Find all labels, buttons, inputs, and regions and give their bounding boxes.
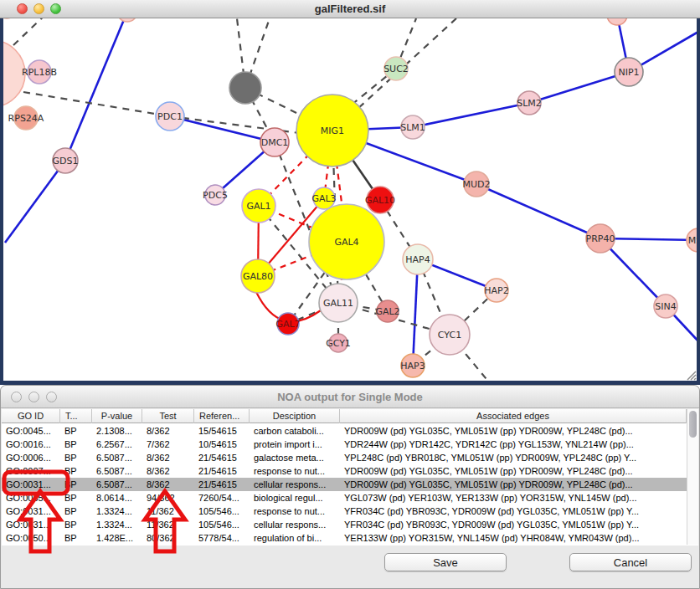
network-canvas[interactable]: RPL18BRPS24AGDS1PDC1DMC1MIG1SUC2SLM1SLM2… (0, 18, 700, 385)
cell-test: 11/362 (142, 518, 194, 531)
node-label: SLM1 (400, 122, 425, 133)
cell-reference: 15/54615 (194, 424, 250, 438)
cell-test: 8/362 (142, 464, 194, 478)
cell-description: response to nut... (250, 504, 340, 518)
table-row[interactable]: GO:0031...BP1.3324...11/362105/546...cel… (2, 518, 687, 531)
cell-edges: YDR009W (pd) YGL035C, YML051W (pp) YDR00… (340, 464, 687, 478)
node-label: GAL2 (375, 306, 399, 317)
table-header-row: GO IDT...P-valueTestReferen...Desciption… (2, 409, 687, 423)
cell-edges: YER133W (pp) YOR315W, YNL145W (pd) YHR08… (340, 531, 687, 545)
cell-go_id: GO:0045... (2, 424, 60, 438)
network-edge[interactable] (13, 18, 50, 45)
node-label: SUC2 (383, 64, 409, 74)
node-label: PDC1 (157, 111, 183, 122)
cell-edges: YGL073W (pd) YER103W, YER133W (pp) YOR31… (340, 491, 687, 504)
table-row[interactable]: GO:0050...BP1.428E...80/3625778/54...reg… (2, 531, 687, 545)
node-label: GAL80 (243, 271, 273, 282)
network-edge[interactable] (170, 116, 275, 142)
network-edge[interactable] (476, 184, 600, 238)
network-edge[interactable] (413, 259, 418, 366)
node-label: RPS24A (8, 113, 44, 124)
table-row[interactable]: GO:0065...BP8.0614...94/3627260/54...bio… (2, 491, 687, 504)
column-header-reference[interactable]: Referen... (194, 409, 250, 423)
column-header-p_value[interactable]: P-value (92, 409, 142, 423)
cell-description: biological regul... (250, 491, 340, 504)
save-button[interactable]: Save (384, 553, 507, 571)
screen: galFiltered.sif RPL18BRPS24AGDS1PDC1DMC1… (0, 0, 700, 589)
cell-reference: 10/54615 (194, 438, 250, 451)
cell-p_value: 6.5087... (92, 451, 142, 464)
network-edge[interactable] (23, 92, 170, 116)
network-edge[interactable] (170, 116, 306, 134)
noa-window-titlebar[interactable]: NOA output for Single Mode (1, 386, 699, 408)
cell-edges: YDR244W (pp) YDR142C, YDR142C (pp) YGL15… (340, 438, 687, 451)
resize-grip-icon[interactable] (684, 368, 697, 382)
cell-edges: YFR034C (pd) YBR093C, YDR009W (pd) YGL03… (340, 518, 687, 531)
node-label: SLM2 (517, 98, 542, 109)
canvas-border-left (0, 18, 3, 385)
cell-edges: YPL248C (pd) YBR018C, YML051W (pp) YDR00… (340, 451, 687, 464)
node-label: PRP40 (586, 233, 615, 244)
node-label: RPL18B (22, 67, 57, 78)
cell-go_id: GO:0065... (2, 491, 60, 504)
cell-test: 80/362 (142, 531, 194, 545)
network-edge[interactable] (5, 161, 65, 243)
cancel-button[interactable]: Cancel (569, 553, 692, 571)
cell-test: 7/362 (142, 438, 194, 451)
cell-go_id: GO:0031... (2, 518, 60, 531)
cell-test: 8/362 (142, 424, 194, 438)
cell-test: 8/362 (142, 451, 194, 464)
node-label: GAL3 (311, 193, 336, 204)
cell-p_value: 6.5087... (92, 464, 142, 478)
node-label: SIN4 (655, 301, 676, 312)
node-unlabeled[interactable] (607, 18, 627, 25)
cell-go_id: GO:0050... (2, 531, 60, 545)
cell-go_id: GO:0031... (2, 504, 60, 518)
table-row-selected[interactable]: GO:0031...BP6.5087...8/36221/54615cellul… (2, 478, 687, 491)
cell-type: BP (60, 504, 92, 518)
cell-p_value: 8.0614... (92, 491, 142, 504)
cell-type: BP (60, 478, 92, 491)
cell-type: BP (60, 438, 92, 451)
cell-p_value: 1.3324... (92, 504, 142, 518)
table-row[interactable]: GO:0007...BP6.5087...8/36221/54615respon… (2, 464, 687, 478)
node-unlabeled[interactable] (229, 72, 261, 104)
cell-reference: 7260/54... (194, 491, 250, 504)
column-header-go_id[interactable]: GO ID (2, 409, 60, 423)
column-header-test[interactable]: Test (142, 409, 194, 423)
cell-edges: YDR009W (pd) YGL035C, YML051W (pp) YDR00… (340, 424, 687, 438)
node-label: HAP2 (484, 285, 508, 296)
cell-description: regulation of bi... (250, 531, 340, 545)
cell-type: BP (60, 491, 92, 504)
node-label: GAL7 (275, 319, 300, 330)
scrollbar-thumb[interactable] (689, 411, 697, 438)
cell-p_value: 2.1308... (92, 424, 142, 438)
node-label: MUD2 (462, 179, 490, 190)
cell-reference: 21/54615 (194, 478, 250, 491)
main-window-titlebar[interactable]: galFiltered.sif (0, 0, 700, 18)
network-edge[interactable] (529, 72, 629, 103)
noa-window-title: NOA output for Single Mode (1, 386, 699, 408)
table-row[interactable]: GO:0006...BP6.5087...8/36221/54615galact… (2, 451, 687, 464)
node-unlabeled[interactable] (117, 18, 137, 22)
table-row[interactable]: GO:0031...BP1.3324...11/362105/546...res… (2, 504, 687, 518)
table-scrollbar[interactable] (687, 409, 698, 545)
column-header-edges[interactable]: Associated edges (340, 409, 687, 423)
cell-test: 94/362 (142, 491, 194, 504)
node-label: HAP3 (400, 361, 425, 371)
cell-description: cellular respons... (250, 518, 340, 531)
node-label: NIP1 (618, 67, 639, 78)
table-row[interactable]: GO:0016...BP6.2567...7/36210/54615protei… (2, 438, 687, 451)
cell-reference: 21/54615 (194, 464, 250, 478)
cell-description: protein import i... (250, 438, 340, 451)
table-row[interactable]: GO:0045...BP2.1308...8/36215/54615carbon… (2, 424, 687, 438)
network-edge[interactable] (413, 103, 529, 127)
cell-test: 8/362 (142, 478, 194, 491)
main-window-title: galFiltered.sif (0, 0, 700, 18)
cell-edges: YFR034C (pd) YBR093C, YDR009W (pd) YGL03… (340, 504, 687, 518)
column-header-type[interactable]: T... (60, 409, 92, 423)
noa-window: NOA output for Single Mode GO IDT...P-va… (0, 385, 700, 589)
cell-description: cellular respons... (250, 478, 340, 491)
column-header-description[interactable]: Desciption (250, 409, 340, 423)
network-edge[interactable] (65, 18, 127, 161)
